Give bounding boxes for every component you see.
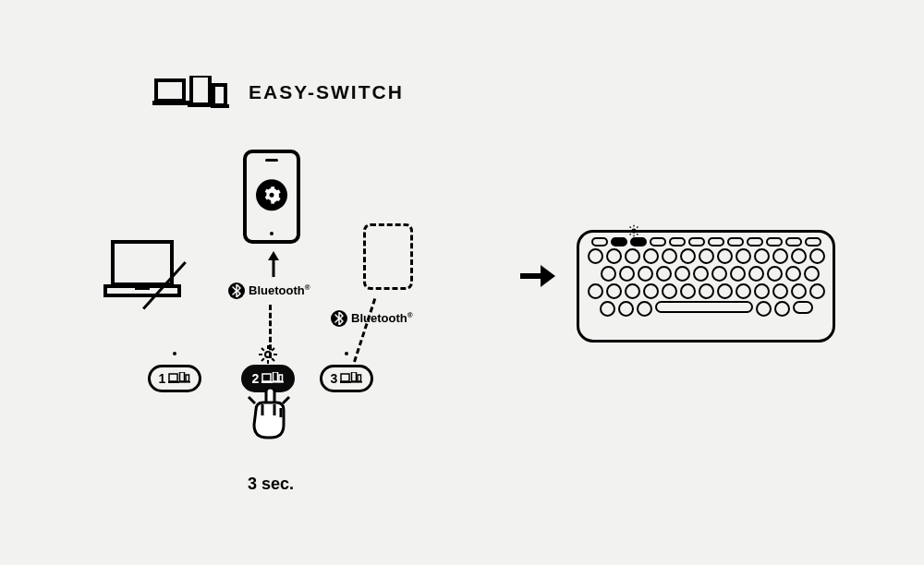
svg-rect-29 [274,372,278,381]
svg-rect-33 [341,374,349,381]
svg-line-17 [261,348,264,351]
svg-rect-36 [351,381,358,383]
easy-switch-key-3[interactable]: 3 [320,365,373,392]
svg-rect-30 [273,381,279,383]
keyboard-row [587,248,825,264]
svg-rect-5 [211,104,229,108]
svg-rect-7 [113,242,172,284]
brightness-icon [627,224,640,241]
devices-mini-icon [340,372,362,385]
svg-rect-9 [135,286,150,290]
svg-line-44 [283,397,289,403]
svg-marker-46 [541,265,555,287]
arrow-right-icon [518,262,555,294]
svg-rect-24 [179,381,186,383]
svg-rect-27 [262,374,271,381]
gear-icon [256,179,287,210]
smartphone-icon [243,150,300,244]
svg-line-53 [637,234,638,234]
svg-point-12 [265,352,271,357]
bluetooth-icon [228,282,245,299]
svg-marker-11 [268,251,279,260]
svg-rect-34 [340,381,351,383]
svg-rect-1 [152,101,191,105]
arrow-up-icon [267,251,280,281]
svg-rect-26 [185,381,190,383]
svg-line-52 [630,227,631,228]
svg-line-18 [272,358,274,361]
connector-line-dashed-2 [353,298,376,362]
svg-rect-2 [191,76,210,104]
svg-rect-37 [358,375,361,381]
svg-rect-25 [186,375,189,381]
svg-point-47 [632,229,636,233]
svg-rect-22 [168,381,179,383]
svg-rect-3 [188,103,213,107]
svg-line-19 [261,358,264,361]
key-number: 2 [252,371,260,386]
easy-switch-key-1[interactable]: 1 [148,365,201,392]
svg-line-54 [630,234,631,234]
svg-rect-21 [169,374,177,381]
page-title: EASY-SWITCH [249,81,404,103]
placeholder-device-icon [363,223,413,290]
hand-press-icon [244,388,294,452]
svg-rect-32 [278,381,284,383]
keyboard-icon [577,230,835,343]
bluetooth-icon [331,310,347,327]
bluetooth-label-1: Bluetooth [228,282,310,299]
svg-line-20 [272,348,274,351]
svg-line-55 [637,227,638,228]
bluetooth-text: Bluetooth [351,311,413,325]
laptop-icon [103,240,181,303]
svg-rect-31 [279,375,283,381]
devices-mini-icon [261,372,284,385]
key-number: 1 [159,371,166,386]
svg-rect-35 [352,372,357,381]
key-number: 3 [331,371,338,386]
svg-line-43 [249,397,255,403]
svg-rect-4 [213,85,225,105]
title-row: EASY-SWITCH [152,76,404,109]
keyboard-row [587,283,825,299]
press-duration-label: 3 sec. [248,475,294,494]
keyboard-row [587,301,825,317]
keyboard-row [587,237,825,246]
devices-icon [152,76,232,109]
keyboard-row [587,266,825,282]
devices-mini-icon [168,372,190,385]
svg-point-6 [270,193,274,198]
svg-rect-0 [156,80,184,101]
bluetooth-text: Bluetooth [249,283,310,297]
svg-rect-23 [180,372,185,381]
svg-rect-28 [261,381,273,383]
svg-rect-38 [357,381,362,383]
